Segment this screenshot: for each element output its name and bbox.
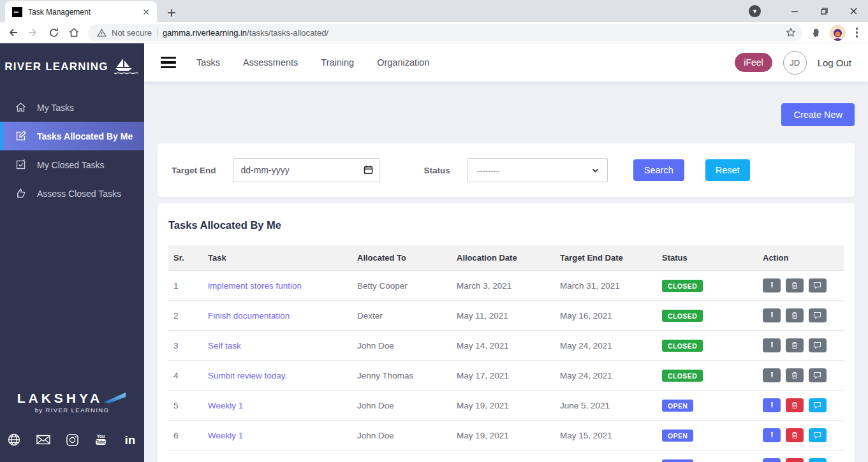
edit-task-button[interactable] (763, 308, 781, 322)
delete-task-button[interactable] (786, 368, 804, 382)
back-icon[interactable] (6, 27, 19, 38)
create-new-button[interactable]: Create New (781, 103, 855, 126)
svg-text:You: You (96, 434, 105, 438)
svg-text:Tube: Tube (96, 440, 105, 444)
browser-update-icon[interactable]: ▼ (749, 5, 761, 17)
status-badge: CLOSED (662, 310, 703, 322)
comment-task-button[interactable] (809, 368, 827, 382)
sidebar-item-my-tasks[interactable]: My Tasks (0, 93, 144, 122)
instagram-icon[interactable] (66, 433, 79, 447)
row-allocated-to: John Doe (352, 391, 452, 421)
edit-task-button[interactable] (763, 428, 781, 442)
column-header-status: Status (657, 245, 758, 271)
row-allocation-date: May 11, 2021 (452, 301, 555, 331)
status-badge: OPEN (662, 400, 693, 412)
comment-task-button[interactable] (809, 308, 827, 322)
edit-task-button[interactable] (763, 458, 781, 462)
browser-menu-icon[interactable] (855, 26, 860, 39)
task-link[interactable]: Finish documentation (208, 311, 290, 321)
new-tab-button[interactable]: + (167, 5, 176, 20)
column-header-allocated-to: Allocated To (352, 245, 452, 271)
filter-card: Target End Status -------- (158, 143, 855, 197)
comment-task-button[interactable] (809, 338, 827, 352)
row-serial: 6 (168, 421, 203, 451)
not-secure-warning-icon (97, 28, 107, 38)
comment-task-button[interactable] (809, 458, 827, 462)
restore-button[interactable] (809, 0, 839, 22)
row-allocation-date: May 14, 2021 (452, 331, 555, 361)
browser-profile-avatar[interactable] (830, 25, 846, 41)
comment-task-button[interactable] (809, 398, 827, 412)
sidebar-item-assess-closed-tasks[interactable]: Assess Closed Tasks (0, 179, 144, 208)
delete-task-button[interactable] (786, 398, 804, 412)
row-allocation-date: March 3, 2021 (452, 271, 555, 301)
row-allocation-date: May 19, 2021 (452, 421, 555, 451)
delete-task-button[interactable] (786, 428, 804, 442)
row-target-end-date: May 24, 2021 (555, 361, 657, 391)
globe-icon[interactable] (7, 433, 21, 447)
edit-task-button[interactable] (763, 278, 781, 292)
delete-task-button[interactable] (786, 458, 804, 462)
row-target-end-date: May 24, 2021 (555, 331, 657, 361)
lakshya-logo: LAKSHYA by RIVER LEARNING (17, 391, 128, 414)
column-header-sr: Sr. (168, 245, 203, 271)
delete-task-button[interactable] (786, 338, 804, 352)
search-button[interactable]: Search (633, 159, 684, 181)
user-avatar[interactable]: JD (783, 51, 807, 75)
home-icon[interactable] (68, 27, 80, 38)
hamburger-menu-icon[interactable] (161, 57, 176, 69)
browser-tab[interactable]: Task Management ✕ (5, 1, 157, 22)
task-link[interactable]: Weekly 1 (208, 401, 243, 410)
status-label: Status (424, 166, 450, 175)
reload-icon[interactable] (47, 27, 60, 38)
edit-task-button[interactable] (763, 368, 781, 382)
edit-task-button[interactable] (763, 398, 781, 412)
table-row: 4 Sumbit review today. Jenny Thomas May … (168, 361, 844, 391)
table-row: 1 implement stores funtion Betty Cooper … (168, 271, 844, 301)
column-header-action: Action (758, 245, 844, 271)
status-select[interactable]: -------- (467, 158, 608, 182)
nav-link-training[interactable]: Training (321, 57, 354, 68)
nav-link-assessments[interactable]: Assessments (243, 57, 298, 68)
task-link[interactable]: Self task (208, 341, 241, 350)
task-link[interactable]: implement stores funtion (208, 281, 302, 291)
sidebar-item-my-closed-tasks[interactable]: My Closed Tasks (0, 150, 144, 179)
comment-task-button[interactable] (809, 428, 827, 442)
tab-favicon-icon (12, 7, 22, 17)
table-header-row: Sr. Task Allocated To Allocation Date Ta… (168, 245, 844, 271)
column-header-target-end-date: Target End Date (555, 245, 657, 271)
bookmark-star-icon[interactable] (786, 27, 796, 38)
target-end-date-input[interactable] (233, 158, 379, 182)
edit-task-button[interactable] (763, 338, 781, 352)
reset-button[interactable]: Reset (705, 159, 750, 181)
status-badge: CLOSED (662, 280, 703, 292)
browser-tab-strip: Task Management ✕ + ▼ (0, 0, 868, 22)
row-allocated-to: Betty Cooper (352, 271, 452, 301)
email-icon[interactable] (36, 433, 51, 446)
close-window-button[interactable] (839, 0, 868, 22)
nav-link-tasks[interactable]: Tasks (196, 57, 220, 68)
comment-task-button[interactable] (809, 278, 827, 292)
task-link[interactable]: Sumbit review today. (208, 371, 287, 380)
row-allocated-to: John Doe (352, 421, 452, 451)
page-title: Tasks Allocated By Me (168, 219, 844, 231)
minimize-button[interactable] (780, 0, 809, 22)
forward-icon[interactable] (27, 27, 40, 38)
logout-button[interactable]: Log Out (818, 57, 851, 68)
tab-title: Task Management (28, 8, 135, 17)
delete-task-button[interactable] (786, 308, 804, 322)
linkedin-icon[interactable]: in (122, 433, 138, 447)
tasks-table: Sr. Task Allocated To Allocation Date Ta… (168, 245, 844, 462)
row-allocated-to: Dexter (352, 301, 452, 331)
calendar-icon (364, 165, 373, 175)
youtube-icon[interactable]: You Tube (94, 433, 108, 447)
column-header-task: Task (203, 245, 352, 271)
sidebar-item-tasks-allocated-by-me[interactable]: Tasks Allocated By Me (0, 122, 144, 150)
url-field[interactable]: Not secure gamma.riverlearning.in/tasks/… (88, 24, 802, 41)
extensions-puzzle-icon[interactable] (810, 27, 821, 38)
delete-task-button[interactable] (786, 278, 804, 292)
task-link[interactable]: Weekly 1 (208, 431, 243, 440)
ifeel-badge[interactable]: iFeel (735, 53, 772, 72)
nav-link-organization[interactable]: Organization (377, 57, 429, 68)
tab-close-icon[interactable]: ✕ (140, 6, 152, 18)
